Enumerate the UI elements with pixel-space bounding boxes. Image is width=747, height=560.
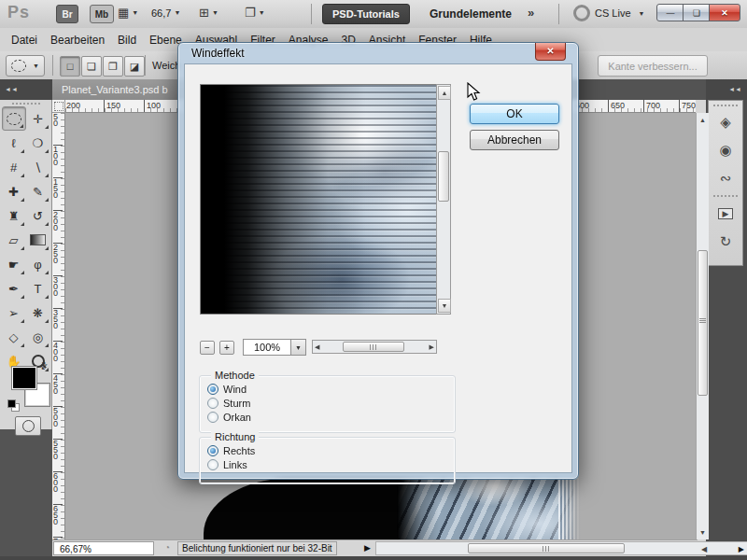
subtract-from-selection-button[interactable]: ❐ — [103, 56, 123, 77]
arrange-documents-button[interactable]: ⊞▼ — [199, 6, 218, 21]
dodge-tool[interactable]: φ — [26, 252, 50, 276]
actions-panel-icon[interactable]: ▶ — [709, 202, 742, 226]
launch-mini-bridge-button[interactable]: Mb — [90, 5, 114, 23]
paths-panel-icon[interactable]: ∾ — [709, 166, 742, 190]
menu-item-bearbeiten[interactable]: Bearbeiten — [50, 34, 105, 47]
scroll-left-icon[interactable]: ◀ — [315, 342, 319, 352]
clone-stamp-tool[interactable]: ♜ — [2, 203, 26, 228]
add-to-selection-button[interactable]: ❏ — [81, 56, 102, 77]
quick-mask-button[interactable] — [15, 416, 41, 436]
ruler-label: 5 0 — [53, 113, 63, 127]
scroll-up-icon[interactable]: ▲ — [697, 114, 709, 126]
cancel-button[interactable]: Abbrechen — [470, 130, 559, 150]
preview-zoom-dropdown[interactable]: ▼ — [290, 339, 306, 356]
3d-rotate-tool[interactable]: ◇ — [2, 325, 26, 349]
preview-horizontal-scrollbar[interactable]: ◀ ▶ — [312, 340, 437, 354]
gradient-tool[interactable] — [26, 228, 50, 252]
groupbox-label: Richtung — [211, 431, 259, 442]
scroll-right-icon[interactable]: ▶ — [739, 545, 744, 553]
scroll-right-icon[interactable]: ▶ — [430, 342, 434, 352]
foreground-color-swatch[interactable] — [11, 366, 37, 390]
radio-option-rechts[interactable]: Rechts — [207, 445, 255, 456]
radio-button[interactable] — [207, 445, 218, 456]
tools-panel-collapse-button[interactable]: ◄◄ — [0, 79, 52, 100]
radio-button[interactable] — [207, 459, 218, 470]
zoom-in-button[interactable]: + — [219, 341, 234, 355]
window-close-button[interactable]: ✕ — [709, 4, 740, 21]
ruler-origin[interactable] — [52, 100, 65, 113]
panel-grip[interactable] — [12, 103, 40, 105]
scroll-down-icon[interactable]: ▼ — [697, 526, 709, 539]
radio-option-orkan[interactable]: Orkan — [207, 412, 251, 423]
photoshop-logo: Ps — [7, 3, 30, 22]
elliptical-marquee-tool[interactable] — [2, 106, 26, 131]
radio-button[interactable] — [207, 412, 218, 423]
eraser-tool[interactable]: ▱ — [2, 228, 26, 252]
menu-item-datei[interactable]: Datei — [11, 34, 37, 47]
vertical-scroll-thumb[interactable] — [698, 250, 708, 396]
scroll-down-icon[interactable]: ▼ — [438, 299, 451, 313]
menu-item-ebene[interactable]: Ebene — [149, 34, 182, 47]
canvas-horizontal-scrollbar[interactable]: ◀ ▶ — [375, 541, 747, 555]
pen-tool[interactable]: ✒ — [2, 276, 26, 301]
zoom-out-button[interactable]: − — [200, 341, 215, 355]
preview-vscroll-thumb[interactable] — [438, 151, 449, 202]
quick-selection-tool[interactable]: ❍ — [26, 131, 50, 155]
move-tool[interactable]: ✛ — [26, 106, 50, 131]
status-flyout-arrow[interactable]: ▶ — [364, 543, 371, 553]
cs-live-button[interactable]: CS Live ▼ — [573, 5, 644, 21]
radio-option-links[interactable]: Links — [207, 459, 247, 470]
type-tool[interactable]: T — [26, 276, 50, 301]
view-extras-button[interactable]: ▦▼ — [118, 6, 138, 21]
ruler-label: 2 0 0 — [53, 210, 63, 231]
new-selection-button[interactable]: □ — [60, 56, 80, 77]
preview-vertical-scrollbar[interactable]: ▲ ▼ — [436, 84, 451, 315]
history-panel-icon[interactable]: ↻ — [709, 230, 742, 254]
intersect-selection-button[interactable]: ◪ — [124, 56, 145, 77]
smudge-tool[interactable]: ☛ — [2, 252, 26, 276]
launch-bridge-button[interactable]: Br — [56, 5, 78, 23]
ok-button[interactable]: OK — [470, 104, 559, 124]
preview-zoom-value[interactable]: 100% — [243, 339, 291, 356]
collapsed-panel-icons: ◈◉∾▶↻ — [708, 100, 743, 266]
zoom-level-control[interactable]: 66,7▼ — [151, 7, 180, 19]
preview-hscroll-thumb[interactable] — [343, 342, 404, 352]
custom-shape-tool[interactable]: ❋ — [26, 301, 50, 325]
window-restore-button[interactable]: ❏ — [683, 4, 711, 21]
canvas-vertical-scrollbar[interactable]: ▲ ▼ — [696, 113, 709, 539]
workspace-grundelemente-button[interactable]: Grundelemente — [430, 7, 512, 21]
brush-tool[interactable]: ✎ — [26, 179, 50, 203]
tool-preset-picker[interactable]: ▼ — [6, 55, 45, 77]
status-hint-text: Belichtung funktioniert nur bei 32-Bit — [177, 541, 337, 555]
history-brush-tool[interactable]: ↺ — [26, 203, 50, 228]
crop-tool[interactable]: # — [2, 155, 26, 179]
radio-button[interactable] — [207, 384, 218, 395]
layers-panel-icon[interactable]: ◈ — [709, 110, 742, 134]
status-zoom-field[interactable]: 66,67% — [53, 541, 154, 555]
screen-mode-button[interactable]: ❐▼ — [245, 6, 265, 21]
radio-option-wind[interactable]: Wind — [207, 384, 247, 395]
lasso-tool[interactable]: ℓ — [2, 131, 26, 155]
eyedropper-tool[interactable]: ∖ — [26, 155, 50, 179]
options-divider — [145, 55, 146, 76]
menu-item-bild[interactable]: Bild — [118, 34, 136, 47]
scroll-up-icon[interactable]: ▲ — [438, 86, 451, 100]
radio-button[interactable] — [207, 398, 218, 409]
workspace-psd-tutorials-button[interactable]: PSD-Tutorials — [322, 4, 410, 24]
radio-option-sturm[interactable]: Sturm — [207, 398, 250, 409]
scroll-left-icon[interactable]: ◀ — [701, 545, 707, 553]
channels-panel-icon[interactable]: ◉ — [709, 138, 742, 162]
dialog-close-button[interactable]: ✕ — [535, 43, 566, 61]
default-colors-icon[interactable] — [7, 399, 19, 411]
workspace-overflow-chevron[interactable]: » — [528, 6, 534, 20]
panel-dock-collapse-button[interactable]: ◄◄ — [706, 79, 747, 100]
dialog-body: ▲ ▼ − + 100% ▼ ◀ ▶ OK Abbrechen MethodeW… — [184, 63, 572, 473]
window-minimize-button[interactable]: — — [656, 4, 684, 21]
healing-brush-tool[interactable]: ✚ — [2, 179, 26, 203]
ruler-label: 150 — [104, 100, 120, 113]
panel-grip[interactable] — [713, 105, 738, 106]
refine-edge-button[interactable]: Kante verbessern... — [598, 55, 708, 77]
horizontal-scroll-thumb[interactable] — [468, 543, 625, 553]
path-selection-tool[interactable]: ➢ — [2, 301, 26, 325]
3d-camera-tool[interactable]: ◎ — [26, 325, 50, 349]
